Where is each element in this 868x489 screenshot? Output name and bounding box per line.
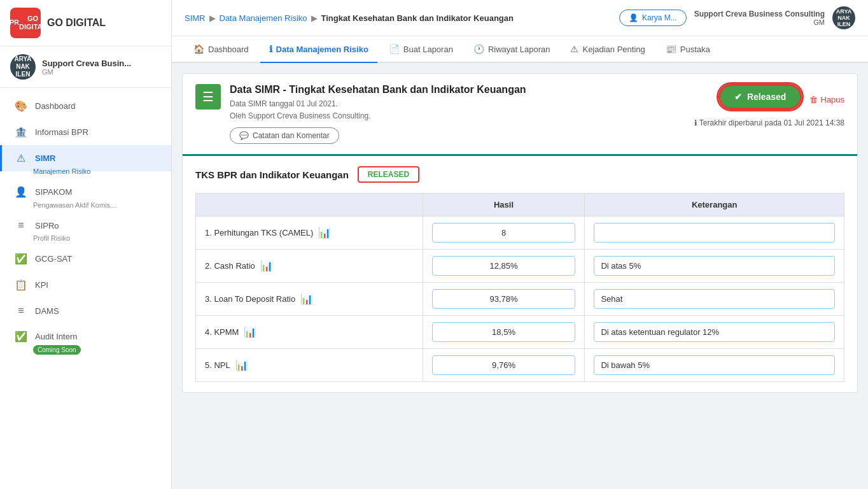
top-avatar: ARYANAKILEN [832, 6, 855, 29]
hasil-input[interactable] [432, 289, 576, 309]
sidebar-item-label: SIPRo [35, 221, 59, 230]
keterangan-input[interactable] [594, 322, 835, 342]
person-icon: 👤 [629, 13, 638, 22]
news-icon: 📰 [666, 44, 676, 54]
sidebar: BPRGO DIGITAL GO DIGITAL ARYANAKILEN Sup… [0, 0, 172, 489]
row-keterangan-cell[interactable] [585, 216, 844, 250]
row-keterangan-cell[interactable] [585, 316, 844, 349]
hasil-input[interactable] [432, 256, 576, 276]
tab-buat-laporan[interactable]: 📄 Buat Laporan [380, 36, 462, 63]
row-hasil-cell[interactable] [423, 316, 585, 349]
logo-text: GO DIGITAL [47, 17, 106, 29]
sidebar-user: ARYANAKILEN Support Creva Busin... GM [0, 46, 171, 88]
row-label-cell: 5. NPL 📊 [196, 349, 423, 382]
released-badge: RELEASED [358, 166, 419, 183]
sidebar-sub-audit: Coming Soon [0, 346, 171, 357]
tab-riwayat-laporan[interactable]: 🕐 Riwayat Laporan [465, 36, 559, 63]
col-header-keterangan: Keterangan [585, 194, 844, 216]
header-right: 👤 Karya M... Support Creva Business Cons… [619, 6, 855, 29]
sidebar-sub-sipro: Profil Risiko [0, 234, 171, 246]
row-hasil-cell[interactable] [423, 250, 585, 283]
row-label-cell: 4. KPMM 📊 [196, 316, 423, 349]
sidebar-item-informasi-bpr[interactable]: 🏦 Informasi BPR [0, 119, 171, 145]
row-hasil-cell[interactable] [423, 216, 585, 250]
user-role: GM [42, 68, 131, 76]
tab-kejadian-penting[interactable]: ⚠ Kejadian Penting [561, 36, 654, 63]
row-keterangan-cell[interactable] [585, 250, 844, 283]
info-icon: ℹ [694, 118, 697, 127]
alert-icon: ⚠ [570, 44, 578, 54]
tab-dashboard[interactable]: 🏠 Dashboard [185, 36, 258, 63]
user-name: Support Creva Busin... [42, 59, 131, 68]
breadcrumb-sep2: ▶ [311, 13, 318, 23]
row-label-cell: 1. Perhitungan TKS (CAMEL) 📊 [196, 216, 423, 250]
comment-icon: 💬 [239, 131, 249, 140]
table-row: 1. Perhitungan TKS (CAMEL) 📊 [196, 216, 844, 250]
catatan-button[interactable]: 💬 Catatan dan Komentar [230, 127, 339, 144]
info-icon: ℹ [269, 44, 272, 54]
keterangan-input[interactable] [594, 289, 835, 309]
data-author: Oleh Support Creva Business Consulting. [230, 110, 526, 122]
keterangan-input[interactable] [594, 256, 835, 276]
document-icon: 📄 [389, 44, 400, 54]
row-label-text: 1. Perhitungan TKS (CAMEL) [205, 228, 313, 237]
sidebar-item-label: Informasi BPR [35, 127, 88, 137]
hasil-input[interactable] [432, 355, 576, 375]
col-header-label [196, 194, 423, 216]
bank-icon: 🏦 [15, 126, 27, 138]
tab-data-manajemen-risiko[interactable]: ℹ Data Manajemen Risiko [260, 36, 377, 63]
data-date: Data SIMR tanggal 01 Jul 2021. [230, 98, 526, 110]
data-card-icon: ☰ [195, 84, 221, 110]
sidebar-item-dashboard[interactable]: 🎨 Dashboard [0, 93, 171, 119]
breadcrumb-level1[interactable]: Data Manajemen Risiko [220, 13, 307, 23]
hapus-button[interactable]: 🗑 Hapus [809, 95, 844, 104]
chart-icon: 📊 [235, 359, 248, 371]
karya-button[interactable]: 👤 Karya M... [619, 10, 687, 26]
check-icon: ✅ [15, 253, 27, 265]
row-label-text: 3. Loan To Deposit Ratio [205, 294, 295, 304]
logo-icon: BPRGO DIGITAL [10, 8, 41, 38]
keterangan-input[interactable] [594, 355, 835, 375]
table-row: 4. KPMM 📊 [196, 316, 844, 349]
row-label-text: 5. NPL [205, 360, 230, 370]
breadcrumb-current: Tingkat Kesehatan Bank dan Indikator Keu… [321, 13, 514, 23]
check-circle-icon: ✔ [734, 92, 742, 102]
data-card: ☰ Data SIMR - Tingkat Kesehatan Bank dan… [182, 73, 858, 393]
list2-icon: ≡ [15, 305, 27, 316]
hasil-input[interactable] [432, 322, 576, 342]
chart-icon: 📊 [244, 326, 256, 338]
warning-icon: ⚠ [15, 152, 27, 164]
row-keterangan-cell[interactable] [585, 349, 844, 382]
row-hasil-cell[interactable] [423, 283, 585, 316]
clock-icon: 🕐 [473, 44, 484, 54]
released-button[interactable]: ✔ Released [718, 84, 802, 110]
row-hasil-cell[interactable] [423, 349, 585, 382]
data-card-title: Data SIMR - Tingkat Kesehatan Bank dan I… [230, 84, 526, 96]
table-header-row: TKS BPR dan Indikator Keuangan RELEASED [195, 166, 844, 183]
top-header: SIMR ▶ Data Manajemen Risiko ▶ Tingkat K… [172, 0, 868, 36]
sidebar-item-dams[interactable]: ≡ DAMS [0, 298, 171, 323]
support-role: GM [694, 18, 825, 26]
table-section: TKS BPR dan Indikator Keuangan RELEASED … [183, 156, 857, 392]
sidebar-sub-simr: Manajemen Risiko [0, 167, 171, 179]
sidebar-item-kpi[interactable]: 📋 KPI [0, 272, 171, 298]
hasil-input[interactable] [432, 223, 576, 243]
tab-pustaka[interactable]: 📰 Pustaka [657, 36, 719, 63]
list-icon: ≡ [15, 220, 27, 231]
data-header: ☰ Data SIMR - Tingkat Kesehatan Bank dan… [183, 74, 857, 156]
row-label-text: 4. KPMM [205, 327, 239, 337]
home-icon: 🏠 [193, 44, 204, 54]
breadcrumb-root[interactable]: SIMR [185, 13, 206, 23]
main-content: SIMR ▶ Data Manajemen Risiko ▶ Tingkat K… [172, 0, 868, 489]
sidebar-item-label: SIPAKOM [35, 187, 72, 197]
keterangan-input[interactable] [594, 223, 835, 243]
row-keterangan-cell[interactable] [585, 283, 844, 316]
sidebar-sub-sipakom: Pengawasan Aktif Komis... [0, 201, 171, 213]
support-info: Support Creva Business Consulting GM [694, 10, 825, 26]
sidebar-item-gcg-sat[interactable]: ✅ GCG-SAT [0, 246, 171, 272]
table-title: TKS BPR dan Indikator Keuangan [195, 169, 349, 180]
sidebar-item-label: GCG-SAT [35, 254, 72, 264]
content-area: ☰ Data SIMR - Tingkat Kesehatan Bank dan… [172, 63, 868, 489]
last-updated: ℹ Terakhir diperbarui pada 01 Jul 2021 1… [694, 118, 844, 127]
breadcrumb-sep1: ▶ [209, 13, 216, 23]
